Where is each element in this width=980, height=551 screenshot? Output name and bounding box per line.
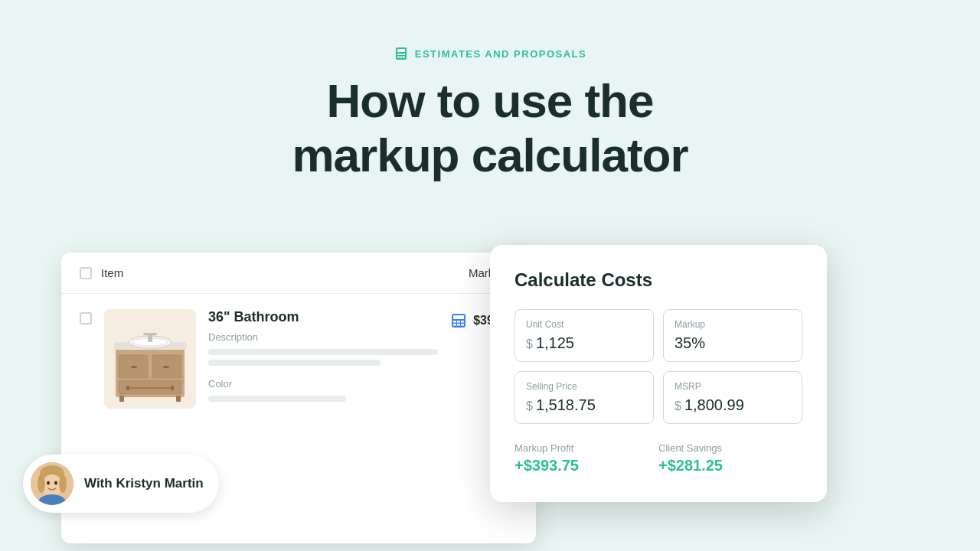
svg-rect-2 bbox=[397, 54, 400, 55]
svg-point-38 bbox=[54, 481, 57, 485]
product-image bbox=[104, 309, 196, 409]
selling-price-value: $ 1,518.75 bbox=[526, 396, 642, 414]
desc-lines bbox=[208, 349, 438, 366]
svg-rect-5 bbox=[397, 57, 400, 58]
row-checkbox[interactable] bbox=[80, 312, 92, 324]
product-name: 36" Bathroom bbox=[208, 309, 438, 325]
selling-price-field[interactable]: Selling Price $ 1,518.75 bbox=[514, 371, 654, 424]
markup-profit-value: +$393.75 bbox=[514, 457, 658, 474]
color-label: Color bbox=[208, 378, 438, 390]
svg-rect-27 bbox=[457, 321, 460, 323]
client-savings-value: +$281.25 bbox=[658, 457, 802, 474]
svg-rect-28 bbox=[461, 321, 464, 323]
svg-rect-3 bbox=[400, 54, 402, 55]
msrp-label: MSRP bbox=[675, 381, 791, 392]
markup-label: Markup bbox=[675, 319, 791, 330]
svg-point-36 bbox=[59, 474, 67, 493]
svg-rect-26 bbox=[453, 321, 456, 323]
svg-rect-18 bbox=[143, 333, 157, 335]
color-bar bbox=[208, 396, 346, 402]
calc-modal: Calculate Costs Unit Cost $ 1,125 Markup… bbox=[490, 245, 827, 502]
avatar bbox=[31, 462, 74, 505]
svg-rect-29 bbox=[453, 324, 456, 326]
product-info: 36" Bathroom Description Color bbox=[208, 309, 438, 402]
presenter-badge: With Kristyn Martin bbox=[23, 455, 219, 513]
markup-profit-label: Markup Profit bbox=[514, 442, 658, 454]
col-item-header: Item bbox=[101, 266, 123, 279]
client-savings-result: Client Savings +$281.25 bbox=[658, 439, 802, 478]
calc-modal-title: Calculate Costs bbox=[514, 269, 802, 291]
client-savings-label: Client Savings bbox=[658, 442, 802, 454]
selling-price-label: Selling Price bbox=[526, 381, 642, 392]
unit-cost-label: Unit Cost bbox=[526, 319, 642, 330]
calc-grid: Unit Cost $ 1,125 Markup 35% Selling Pri… bbox=[514, 309, 802, 424]
svg-rect-22 bbox=[126, 386, 129, 390]
markup-field[interactable]: Markup 35% bbox=[663, 309, 802, 362]
svg-rect-1 bbox=[397, 49, 405, 52]
header-checkbox[interactable] bbox=[80, 267, 92, 279]
calculator-icon bbox=[394, 46, 409, 61]
header: ESTIMATES AND PROPOSALS How to use the m… bbox=[0, 0, 980, 183]
svg-point-37 bbox=[47, 481, 50, 485]
svg-rect-12 bbox=[163, 366, 169, 368]
unit-cost-value: $ 1,125 bbox=[526, 334, 642, 352]
svg-point-35 bbox=[38, 474, 45, 493]
msrp-value: $ 1,800.99 bbox=[675, 396, 791, 414]
calc-results: Markup Profit +$393.75 Client Savings +$… bbox=[514, 439, 802, 478]
svg-rect-30 bbox=[457, 324, 460, 326]
desc-line-1 bbox=[208, 349, 438, 355]
table-header: Item Markup bbox=[61, 253, 536, 294]
svg-rect-20 bbox=[176, 396, 181, 402]
presenter-name: With Kristyn Martin bbox=[84, 476, 204, 491]
svg-rect-31 bbox=[461, 324, 464, 326]
markup-percent-value: 35% bbox=[675, 334, 791, 352]
svg-rect-19 bbox=[119, 396, 124, 402]
page-background: ESTIMATES AND PROPOSALS How to use the m… bbox=[0, 0, 980, 551]
svg-rect-4 bbox=[403, 54, 405, 55]
desc-label: Description bbox=[208, 331, 438, 343]
calc-icon bbox=[450, 312, 467, 329]
product-row: 36" Bathroom Description Color bbox=[61, 294, 536, 424]
desc-line-2 bbox=[208, 360, 381, 366]
main-title: How to use the markup calculator bbox=[0, 73, 980, 183]
svg-rect-23 bbox=[171, 386, 174, 390]
markup-profit-result: Markup Profit +$393.75 bbox=[514, 439, 658, 478]
unit-cost-field[interactable]: Unit Cost $ 1,125 bbox=[514, 309, 654, 362]
category-label: ESTIMATES AND PROPOSALS bbox=[394, 46, 586, 61]
svg-rect-25 bbox=[453, 315, 464, 319]
svg-rect-6 bbox=[400, 57, 402, 58]
svg-rect-7 bbox=[403, 57, 405, 58]
msrp-field[interactable]: MSRP $ 1,800.99 bbox=[663, 371, 802, 424]
svg-rect-11 bbox=[131, 366, 137, 368]
